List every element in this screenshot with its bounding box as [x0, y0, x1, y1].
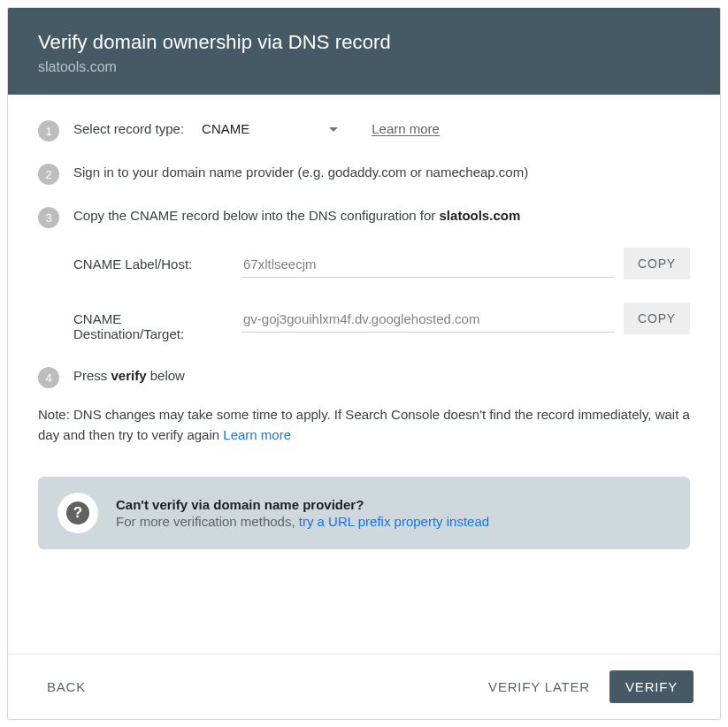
step3-domain: slatools.com — [440, 208, 521, 223]
step-bullet: 2 — [38, 164, 59, 185]
step3-text: Copy the CNAME record below into the DNS… — [73, 206, 690, 226]
note-text: Note: DNS changes may take some time to … — [38, 407, 690, 442]
note-learn-more-link[interactable]: Learn more — [223, 427, 291, 442]
dialog-subtitle: slatools.com — [38, 59, 690, 75]
step-bullet: 1 — [38, 120, 59, 142]
help-text: Can't verify via domain name provider? F… — [116, 497, 489, 529]
verify-domain-dialog: Verify domain ownership via DNS record s… — [7, 7, 721, 720]
dialog-footer: BACK VERIFY LATER VERIFY — [8, 654, 720, 719]
record-type-value: CNAME — [202, 119, 249, 139]
help-title: Can't verify via domain name provider? — [116, 497, 489, 512]
record-type-select[interactable]: CNAME — [202, 119, 338, 139]
step4-prefix: Press — [73, 368, 111, 383]
step4-text: Press verify below — [73, 366, 690, 386]
cname-label-host-label: CNAME Label/Host: — [73, 255, 233, 272]
help-sub: For more verification methods, try a URL… — [116, 514, 489, 529]
verify-later-button[interactable]: VERIFY LATER — [476, 670, 602, 703]
cname-label-host-input[interactable] — [241, 255, 615, 278]
step4-bold: verify — [111, 368, 147, 383]
dialog-title: Verify domain ownership via DNS record — [38, 31, 690, 54]
step-4: 4 Press verify below — [38, 366, 690, 388]
learn-more-link[interactable]: Learn more — [372, 119, 440, 139]
step1-label: Select record type: — [73, 119, 184, 139]
step-3: 3 Copy the CNAME record below into the D… — [38, 206, 690, 228]
step-2: 2 Sign in to your domain name provider (… — [38, 163, 690, 185]
dialog-body: 1 Select record type: CNAME Learn more 2… — [8, 95, 720, 654]
dialog-header: Verify domain ownership via DNS record s… — [8, 8, 720, 95]
cname-destination-input[interactable] — [241, 310, 615, 333]
step-bullet: 3 — [38, 207, 59, 228]
verify-button[interactable]: VERIFY — [609, 670, 694, 703]
dns-note: Note: DNS changes may take some time to … — [38, 404, 690, 445]
step2-text: Sign in to your domain name provider (e.… — [73, 163, 690, 182]
help-icon-wrap: ? — [57, 493, 98, 533]
help-sub-prefix: For more verification methods, — [116, 514, 299, 529]
step-bullet: 4 — [38, 367, 59, 388]
url-prefix-link[interactable]: try a URL prefix property instead — [299, 514, 489, 529]
copy-cname-label-button[interactable]: COPY — [624, 248, 690, 279]
question-icon: ? — [66, 501, 89, 524]
step4-suffix: below — [147, 368, 185, 383]
step3-prefix: Copy the CNAME record below into the DNS… — [73, 208, 440, 223]
cname-destination-label: CNAME Destination/Target: — [73, 310, 233, 341]
copy-cname-destination-button[interactable]: COPY — [624, 302, 690, 334]
step-1: 1 Select record type: CNAME Learn more — [38, 119, 690, 142]
cname-target-row: CNAME Destination/Target: COPY — [73, 310, 690, 341]
chevron-down-icon — [329, 127, 338, 132]
back-button[interactable]: BACK — [34, 670, 98, 703]
cname-label-row: CNAME Label/Host: COPY — [73, 255, 690, 279]
help-box: ? Can't verify via domain name provider?… — [38, 477, 690, 549]
